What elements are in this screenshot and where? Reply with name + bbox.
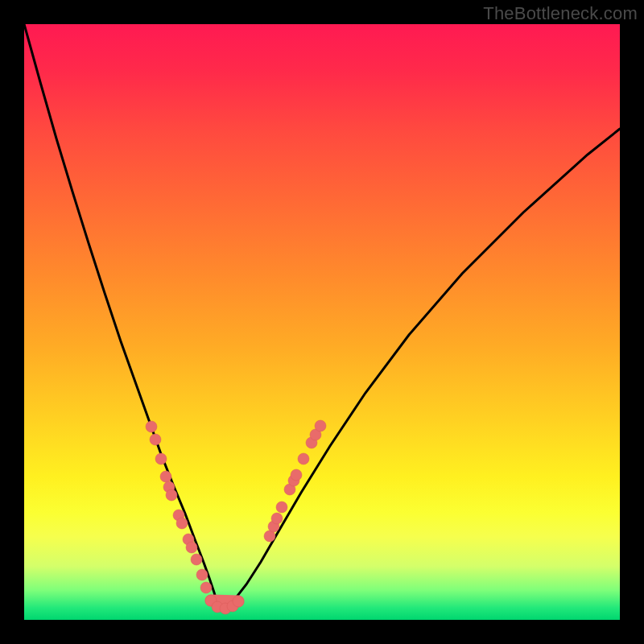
chart-frame: TheBottleneck.com — [0, 0, 644, 644]
curve-dot — [276, 502, 287, 513]
curve-dot — [155, 453, 167, 464]
watermark-text: TheBottleneck.com — [483, 3, 638, 24]
curve-dot — [291, 469, 302, 481]
curve-dot — [271, 513, 283, 524]
curve-dot — [176, 518, 188, 529]
curve-markers — [146, 420, 326, 614]
curve-dot — [196, 569, 208, 580]
v-curve — [24, 24, 620, 605]
curve-dot — [298, 453, 309, 464]
curve-dot — [146, 421, 157, 432]
curve-dot — [233, 596, 244, 607]
curve-svg — [24, 24, 620, 620]
curve-dot — [200, 582, 212, 593]
curve-dot — [166, 489, 177, 501]
curve-dot — [150, 434, 161, 445]
curve-dot — [160, 471, 171, 482]
curve-dot — [191, 554, 202, 565]
curve-dot — [315, 420, 326, 431]
plot-area — [24, 24, 620, 620]
curve-dot — [186, 542, 197, 553]
